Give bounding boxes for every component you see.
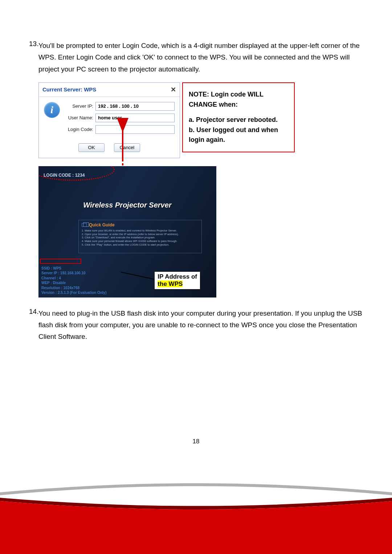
quick-guide-title-text: Quick Guide	[89, 222, 115, 227]
note-item-a: a. Projector server rebooted.	[189, 115, 288, 125]
list-item: Click on "Download", and execute the ins…	[82, 236, 199, 239]
info-icon: i	[44, 102, 60, 118]
info-line: Server IP : 192.168.100.10	[41, 271, 107, 276]
cancel-button[interactable]: Cancel	[114, 143, 140, 152]
note-heading: NOTE: Login code WILL CHANGE when:	[189, 90, 288, 110]
step-13: 13. You'll be prompted to enter Login Co…	[29, 40, 363, 75]
callout-line1: IP Address of	[158, 273, 197, 280]
step-14-number: 14.	[29, 308, 38, 343]
footer-swoosh	[0, 463, 392, 554]
server-info-block: SSID : WPS Server IP : 192.168.100.10 Ch…	[41, 266, 107, 295]
callout-line2: the WPS	[158, 280, 183, 287]
ok-button[interactable]: OK	[78, 143, 105, 152]
close-icon[interactable]: ✕	[171, 86, 176, 94]
info-line: SSID : WPS	[41, 266, 107, 271]
list-item: Make sure your WLAN is enabled, and conn…	[82, 229, 199, 233]
server-ip-input[interactable]	[95, 102, 175, 111]
info-line: WEP : Disable	[41, 280, 107, 286]
login-code-badge: LOGIN CODE : 1234	[41, 171, 87, 179]
quick-guide-box: Quick Guide Make sure your WLAN is enabl…	[78, 220, 202, 253]
user-name-label: User Name:	[64, 115, 95, 120]
step-13-number: 13.	[29, 40, 38, 75]
note-box: NOTE: Login code WILL CHANGE when: a. Pr…	[182, 82, 295, 152]
step-13-text: You'll be prompted to enter Login Code, …	[38, 40, 363, 75]
login-dialog: Current Server: WPS ✕ i Server IP: User …	[38, 82, 180, 158]
figure-row: Current Server: WPS ✕ i Server IP: User …	[38, 82, 363, 158]
login-code-label: Login Code:	[64, 127, 95, 132]
server-ip-highlight-box	[40, 259, 81, 264]
info-line: Resolution : 1024x768	[41, 286, 107, 291]
step-14: 14. You need to plug-in the USB flash di…	[29, 308, 363, 343]
callout-leader-line	[121, 272, 158, 280]
quick-guide-list: Make sure your WLAN is enabled, and conn…	[82, 229, 199, 247]
list-item: Make sure your personal firewall allows …	[82, 239, 199, 243]
server-ip-label: Server IP:	[64, 103, 95, 109]
list-item: Click the "Play" button, and enter the L…	[82, 243, 199, 247]
info-line: Channel : 4	[41, 276, 107, 281]
dialog-title-text: Current Server: WPS	[42, 86, 96, 93]
user-name-input[interactable]	[95, 114, 175, 122]
list-item: Open your browser, or enter the IP addre…	[82, 233, 199, 236]
dialog-titlebar: Current Server: WPS ✕	[39, 83, 180, 97]
login-code-input[interactable]	[95, 125, 175, 134]
guide-icon	[82, 223, 87, 227]
page-number: 18	[0, 438, 392, 445]
note-item-b: b. User logged out and when login again.	[189, 125, 288, 145]
quick-guide-title: Quick Guide	[82, 222, 199, 227]
info-line: Version : 2.5.1.3 (For Evaluation Only)	[41, 290, 107, 295]
projector-screenshot: LOGIN CODE : 1234 Wireless Projector Ser…	[38, 166, 216, 297]
ip-address-callout: IP Address of the WPS	[154, 271, 200, 290]
step-14-text: You need to plug-in the USB flash disk i…	[38, 308, 363, 343]
projector-title: Wireless Projector Server	[38, 201, 216, 209]
